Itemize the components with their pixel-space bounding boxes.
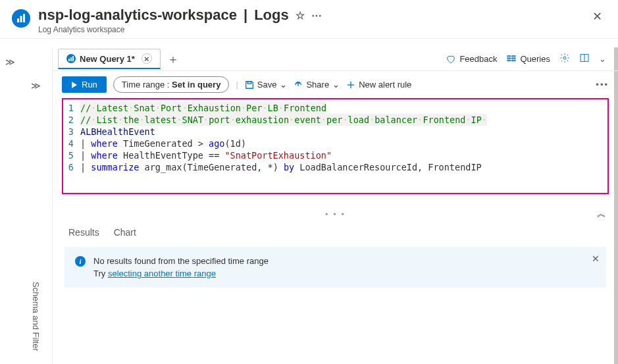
svg-rect-10	[512, 58, 515, 59]
section-name: Logs	[254, 7, 289, 24]
drag-handle-icon[interactable]: • • •	[325, 209, 346, 219]
plus-icon	[346, 80, 355, 90]
play-icon	[71, 82, 78, 88]
collapse-results-icon[interactable]: ︽	[597, 208, 606, 220]
no-results-banner: i No results found from the specified ti…	[64, 247, 606, 288]
workspace-icon	[12, 9, 30, 28]
settings-gear-icon[interactable]	[559, 53, 570, 65]
svg-rect-6	[507, 55, 511, 56]
dismiss-banner-icon[interactable]: ✕	[592, 253, 600, 264]
header-more-icon[interactable]: ⋯	[311, 9, 322, 22]
queries-button[interactable]: Queries	[506, 54, 550, 65]
expand-outer-rail-icon[interactable]: ≫	[5, 57, 15, 67]
favorite-star-icon[interactable]: ☆	[296, 9, 305, 22]
svg-rect-5	[72, 56, 74, 61]
svg-marker-15	[72, 82, 77, 88]
info-icon: i	[75, 256, 86, 267]
svg-rect-8	[507, 60, 511, 61]
main-content: New Query 1* × ＋ Feedback Queries ⌄ Run …	[53, 47, 618, 364]
svg-rect-11	[512, 60, 515, 61]
code-line[interactable]: 4| where TimeGenerated > ago(1d)	[67, 138, 604, 149]
code-line[interactable]: 6| summarize arg_max(TimeGenerated, *) b…	[67, 161, 604, 173]
expand-schema-panel-icon[interactable]: ≫	[31, 80, 41, 91]
svg-rect-16	[247, 81, 251, 84]
close-tab-icon[interactable]: ×	[142, 53, 152, 64]
close-blade-button[interactable]: ✕	[588, 7, 606, 26]
schema-filter-label[interactable]: Schema and Filter	[31, 282, 41, 351]
title-separator: |	[244, 7, 247, 24]
svg-rect-2	[23, 14, 25, 22]
no-results-heading: No results found from the specified time…	[93, 256, 269, 266]
feedback-button[interactable]: Feedback	[446, 54, 497, 65]
page-header: nsp-log-analytics-workspace | Logs ☆ ⋯ L…	[0, 0, 618, 39]
new-alert-rule-button[interactable]: New alert rule	[346, 80, 411, 90]
query-toolbar: Run Time range : Set in query | Save ⌄ S…	[53, 71, 618, 98]
queries-icon	[506, 54, 517, 65]
share-icon	[294, 80, 303, 90]
code-line[interactable]: 1//·Latest·Snat·Port·Exhaustion·Per·LB·F…	[67, 102, 604, 114]
code-line[interactable]: 3ALBHealthEvent	[67, 126, 604, 138]
query-tab-strip: New Query 1* × ＋ Feedback Queries ⌄	[53, 47, 618, 71]
svg-rect-4	[70, 57, 72, 61]
time-range-picker[interactable]: Time range : Set in query	[113, 76, 230, 93]
save-icon	[245, 80, 254, 90]
code-line[interactable]: 5| where HealthEventType == "SnatPortExh…	[67, 149, 604, 161]
chart-tab[interactable]: Chart	[114, 227, 136, 238]
code-line[interactable]: 2//·List·the·latest·SNAT·port·exhaustion…	[67, 114, 604, 126]
chevron-down-icon[interactable]: ⌄	[599, 54, 606, 64]
add-tab-button[interactable]: ＋	[167, 51, 179, 67]
workspace-type-label: Log Analytics workspace	[38, 25, 588, 34]
try-prefix: Try	[93, 269, 108, 278]
svg-point-12	[563, 57, 566, 59]
svg-rect-3	[68, 59, 70, 61]
svg-rect-9	[512, 55, 515, 56]
results-tab[interactable]: Results	[68, 227, 99, 238]
inner-left-rail: ≫ Schema and Filter	[20, 47, 53, 364]
results-splitter[interactable]: • • • ︽	[53, 206, 618, 222]
save-button[interactable]: Save ⌄	[245, 80, 288, 90]
svg-rect-1	[20, 16, 22, 22]
share-button[interactable]: Share ⌄	[294, 80, 340, 90]
query-editor[interactable]: 1//·Latest·Snat·Port·Exhaustion·Per·LB·F…	[62, 98, 609, 194]
heart-icon	[446, 54, 456, 65]
workspace-name: nsp-log-analytics-workspace	[38, 7, 237, 24]
select-time-range-link[interactable]: selecting another time range	[108, 269, 216, 278]
run-button[interactable]: Run	[62, 76, 107, 93]
svg-rect-7	[507, 58, 511, 59]
panel-layout-icon[interactable]	[579, 53, 590, 65]
header-titles: nsp-log-analytics-workspace | Logs ☆ ⋯ L…	[38, 7, 588, 34]
outer-left-rail: ≫	[0, 47, 20, 364]
query-tab-icon	[66, 54, 76, 63]
svg-rect-0	[17, 18, 19, 22]
results-tab-strip: Results Chart	[53, 222, 618, 243]
query-tab-label: New Query 1*	[80, 54, 135, 64]
toolbar-more-icon[interactable]: •••	[596, 80, 609, 90]
query-tab-active[interactable]: New Query 1* ×	[58, 49, 161, 69]
